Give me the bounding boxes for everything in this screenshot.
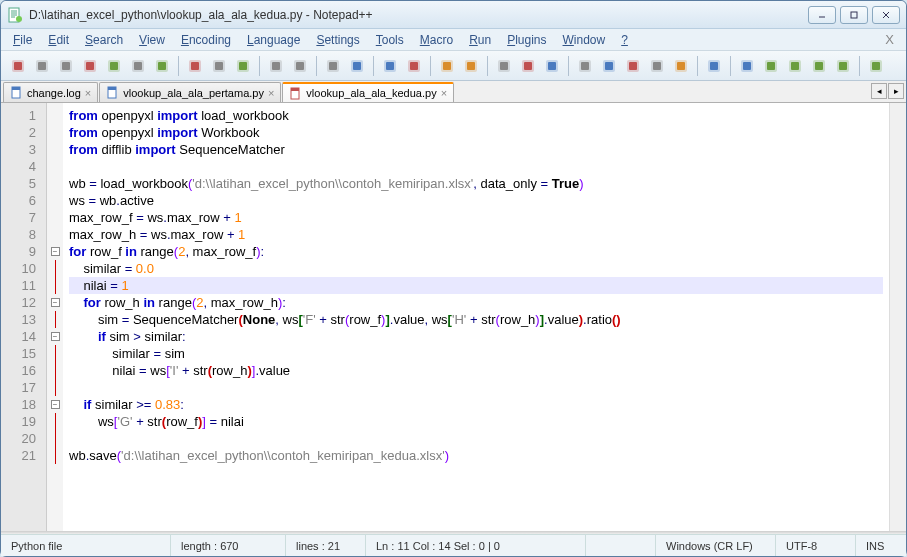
tab-1[interactable]: vlookup_ala_ala_pertama.py× [99,82,281,102]
tab-2[interactable]: vlookup_ala_ala_kedua.py× [282,82,454,102]
tab-0[interactable]: change.log× [3,82,98,102]
new-file-icon[interactable] [7,55,29,77]
line-number[interactable]: 8 [1,226,46,243]
fold-toggle-icon[interactable]: − [51,247,60,256]
menu-search[interactable]: Search [77,31,131,49]
play-multi-icon[interactable] [808,55,830,77]
line-number[interactable]: 12 [1,294,46,311]
line-number[interactable]: 13 [1,311,46,328]
tab-close-icon[interactable]: × [85,87,91,99]
fold-cell[interactable] [47,413,63,430]
indent-guide-icon[interactable] [541,55,563,77]
fold-cell[interactable] [47,124,63,141]
stop-macro-icon[interactable] [760,55,782,77]
fold-cell[interactable] [47,345,63,362]
record-macro-icon[interactable] [736,55,758,77]
folder-icon[interactable] [670,55,692,77]
replace-icon[interactable] [346,55,368,77]
code-line[interactable]: if similar >= 0.83: [69,396,883,413]
menu-macro[interactable]: Macro [412,31,461,49]
fold-cell[interactable] [47,430,63,447]
menu-encoding[interactable]: Encoding [173,31,239,49]
code-line[interactable]: if sim > similar: [69,328,883,345]
code-line[interactable]: wb.save('d:\\latihan_excel_python\\conto… [69,447,883,464]
line-number[interactable]: 19 [1,413,46,430]
fold-cell[interactable]: − [47,328,63,345]
fold-cell[interactable] [47,158,63,175]
code-line[interactable]: ws = wb.active [69,192,883,209]
code-line[interactable]: for row_f in range(2, max_row_f): [69,243,883,260]
save-all-icon[interactable] [79,55,101,77]
fold-cell[interactable] [47,311,63,328]
print-icon[interactable] [151,55,173,77]
spell-icon[interactable] [865,55,887,77]
line-number[interactable]: 14 [1,328,46,345]
close-window-button[interactable] [872,6,900,24]
line-number[interactable]: 5 [1,175,46,192]
code-line[interactable]: max_row_h = ws.max_row + 1 [69,226,883,243]
line-number[interactable]: 3 [1,141,46,158]
code-line[interactable] [69,158,883,175]
copy-icon[interactable] [208,55,230,77]
line-number[interactable]: 10 [1,260,46,277]
code-line[interactable]: similar = sim [69,345,883,362]
menu-plugins[interactable]: Plugins [499,31,554,49]
line-number[interactable]: 15 [1,345,46,362]
play-macro-icon[interactable] [784,55,806,77]
fold-cell[interactable]: − [47,396,63,413]
code-line[interactable]: nilai = ws['I' + str(row_h)].value [69,362,883,379]
code-line[interactable]: from difflib import SequenceMatcher [69,141,883,158]
code-line[interactable]: sim = SequenceMatcher(None, ws['F' + str… [69,311,883,328]
code-line[interactable]: from openpyxl import Workbook [69,124,883,141]
code-line[interactable]: from openpyxl import load_workbook [69,107,883,124]
line-number[interactable]: 17 [1,379,46,396]
close-all-icon[interactable] [127,55,149,77]
tab-close-icon[interactable]: × [441,87,447,99]
fold-cell[interactable] [47,209,63,226]
menu-view[interactable]: View [131,31,173,49]
code-editor[interactable]: 123456789101112131415161718192021 −−−− f… [1,103,906,531]
line-number[interactable]: 2 [1,124,46,141]
tab-next-button[interactable]: ▸ [888,83,904,99]
code-line[interactable] [69,379,883,396]
fold-cell[interactable] [47,362,63,379]
code-line[interactable]: nilai = 1 [69,277,883,294]
fold-cell[interactable] [47,226,63,243]
fold-cell[interactable] [47,141,63,158]
fold-cell[interactable] [47,107,63,124]
paste-icon[interactable] [232,55,254,77]
line-number[interactable]: 1 [1,107,46,124]
menu-edit[interactable]: Edit [40,31,77,49]
fold-toggle-icon[interactable]: − [51,332,60,341]
menu-help[interactable]: ? [613,31,636,49]
line-number[interactable]: 6 [1,192,46,209]
cut-icon[interactable] [184,55,206,77]
line-number[interactable]: 7 [1,209,46,226]
menu-language[interactable]: Language [239,31,308,49]
func-list-icon[interactable] [646,55,668,77]
fold-cell[interactable] [47,175,63,192]
code-line[interactable]: for row_h in range(2, max_row_h): [69,294,883,311]
fold-toggle-icon[interactable]: − [51,298,60,307]
fold-toggle-icon[interactable]: − [51,400,60,409]
fold-column[interactable]: −−−− [47,103,63,531]
titlebar[interactable]: D:\latihan_excel_python\vlookup_ala_ala_… [1,1,906,29]
save-macro-icon[interactable] [832,55,854,77]
doc-map-icon[interactable] [598,55,620,77]
fold-cell[interactable] [47,260,63,277]
menu-file[interactable]: File [5,31,40,49]
wrap-icon[interactable] [493,55,515,77]
doc-list-icon[interactable] [622,55,644,77]
menu-tools[interactable]: Tools [368,31,412,49]
maximize-button[interactable] [840,6,868,24]
line-number[interactable]: 16 [1,362,46,379]
show-all-icon[interactable] [517,55,539,77]
open-file-icon[interactable] [31,55,53,77]
close-icon[interactable] [103,55,125,77]
monitor-icon[interactable] [703,55,725,77]
menu-run[interactable]: Run [461,31,499,49]
fold-cell[interactable] [47,379,63,396]
line-number[interactable]: 4 [1,158,46,175]
fold-cell[interactable] [47,447,63,464]
fold-cell[interactable] [47,192,63,209]
